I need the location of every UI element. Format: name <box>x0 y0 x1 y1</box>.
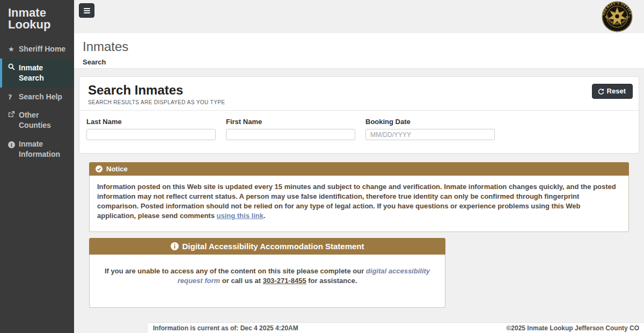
data-current-as-of-text: Information is current as of: Dec 4 2025… <box>153 324 298 332</box>
search-panel-heading: Search Inmates SEARCH RESULTS ARE DISPLA… <box>79 77 639 111</box>
refresh-icon <box>598 88 604 95</box>
booking-date-field-group: Booking Date <box>365 118 495 140</box>
question-icon: ? <box>8 92 19 102</box>
info-circle-icon <box>171 242 179 250</box>
check-circle-icon <box>96 165 103 172</box>
sidebar-item-label: Other Counties <box>19 110 69 131</box>
copyright-text: ©2025 Inmate Lookup Jefferson County CO <box>506 324 639 332</box>
notice-header: Notice <box>89 162 629 176</box>
hamburger-icon <box>84 8 90 9</box>
accessibility-body: If you are unable to access any of the c… <box>89 255 445 308</box>
sidebar-item-other-counties[interactable]: Other Counties <box>0 106 74 135</box>
sheriff-office-badge-logo: SHERIFF'S OFFICE JEFFERSON COUNTY Est. 1… <box>602 1 633 32</box>
external-link-icon <box>8 111 19 120</box>
notice-title: Notice <box>106 165 128 173</box>
sidebar-toggle-button[interactable] <box>79 3 94 18</box>
last-name-field-group: Last Name <box>86 118 216 140</box>
search-inmates-panel: Search Inmates SEARCH RESULTS ARE DISPLA… <box>79 76 639 154</box>
phone-link[interactable]: 303-271-8455 <box>263 277 306 285</box>
notice-alert: Notice Information posted on this Web si… <box>89 162 629 232</box>
last-name-label: Last Name <box>86 118 216 126</box>
badge-year-text: 1859 <box>625 16 630 18</box>
accessibility-text-middle: or call us at <box>220 277 262 285</box>
accessibility-title: Digital Accessibility Accommodation Stat… <box>182 242 364 251</box>
notice-text-end: . <box>264 212 266 220</box>
main-content: SHERIFF'S OFFICE JEFFERSON COUNTY Est. 1… <box>74 0 644 333</box>
notice-comments-link[interactable]: using this link <box>217 212 264 220</box>
content-area: Search Inmates SEARCH RESULTS ARE DISPLA… <box>74 69 644 308</box>
last-name-input[interactable] <box>86 129 216 140</box>
sidebar-item-label: Inmate Information <box>19 139 69 160</box>
first-name-field-group: First Name <box>226 118 355 140</box>
badge-est-text: Est. <box>605 16 609 18</box>
booking-date-input[interactable] <box>365 129 495 140</box>
notice-text: Information posted on this Web site is u… <box>97 183 616 220</box>
sidebar: Inmate Lookup ★ Sheriff Home Inmate Sear… <box>0 0 74 333</box>
search-panel-title: Search Inmates <box>88 83 630 98</box>
notice-body: Information posted on this Web site is u… <box>89 176 629 232</box>
footer: Information is current as of: Dec 4 2025… <box>148 322 644 333</box>
page-subtitle: Search <box>83 58 635 66</box>
app-title: Inmate Lookup <box>0 0 74 40</box>
sidebar-item-inmate-search[interactable]: Inmate Search <box>0 59 74 88</box>
top-bar: SHERIFF'S OFFICE JEFFERSON COUNTY Est. 1… <box>74 0 644 33</box>
accessibility-statement-panel: Digital Accessibility Accommodation Stat… <box>89 238 445 308</box>
sidebar-item-inmate-information[interactable]: i Inmate Information <box>0 135 74 164</box>
search-form: Last Name First Name Booking Date <box>79 111 639 153</box>
search-panel-subtitle: SEARCH RESULTS ARE DISPLAYED AS YOU TYPE <box>88 99 630 105</box>
sidebar-item-label: Search Help <box>19 92 62 102</box>
star-icon: ★ <box>8 45 19 54</box>
sidebar-item-sheriff-home[interactable]: ★ Sheriff Home <box>0 40 74 59</box>
sidebar-item-label: Sheriff Home <box>19 44 65 54</box>
accessibility-text: If you are unable to access any of the c… <box>105 267 366 275</box>
page-title: Inmates <box>83 39 635 54</box>
reset-button-label: Reset <box>607 87 626 95</box>
search-icon <box>8 63 19 73</box>
first-name-label: First Name <box>226 118 355 126</box>
sidebar-item-label: Inmate Search <box>19 63 69 83</box>
first-name-input[interactable] <box>226 129 355 140</box>
breadcrumb: Inmates Search <box>74 33 644 69</box>
reset-button[interactable]: Reset <box>592 84 633 99</box>
accessibility-text-end: for assistance. <box>306 277 357 285</box>
sidebar-item-search-help[interactable]: ? Search Help <box>0 88 74 106</box>
accessibility-header: Digital Accessibility Accommodation Stat… <box>89 238 445 255</box>
booking-date-label: Booking Date <box>365 118 495 126</box>
info-icon: i <box>8 140 19 149</box>
